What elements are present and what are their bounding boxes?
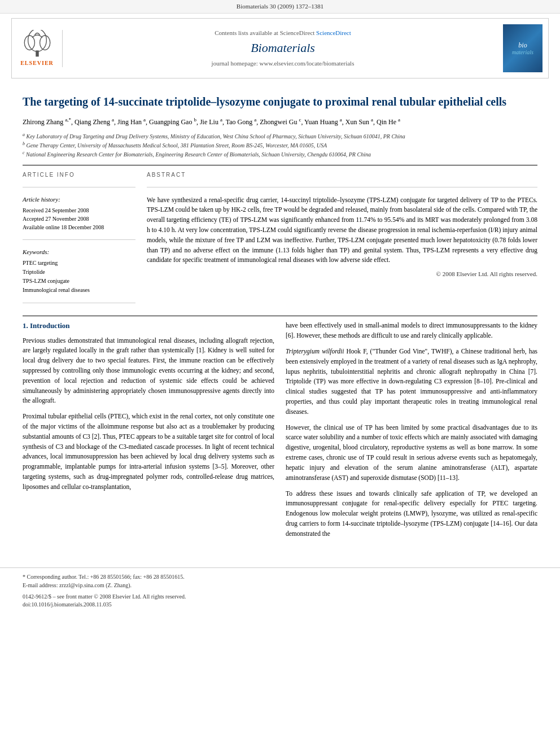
authors: Zhirong Zhang a,*, Qiang Zheng a, Jing H… <box>23 116 537 128</box>
email-label: E-mail address: <box>23 582 58 588</box>
section1-title: 1. Introduction <box>23 321 274 331</box>
sciencedirect-text: Contents lists available at ScienceDirec… <box>68 29 497 37</box>
body-paragraph-3: have been effectively used in small-anim… <box>286 321 537 341</box>
article-info-abstract: ARTICLE INFO Article history: Received 2… <box>23 171 537 312</box>
article-info-label: ARTICLE INFO <box>23 171 135 179</box>
email-line: E-mail address: zrzzl@vip.sina.com (Z. Z… <box>23 581 537 589</box>
body-paragraph-2: Proximal tubular epithelial cells (PTEC)… <box>23 412 274 492</box>
abstract-col: ABSTRACT We have synthesized a renal-spe… <box>147 171 537 312</box>
footnote-section: * Corresponding author. Tel.: +86 28 855… <box>23 573 537 589</box>
section-divider-1 <box>23 187 135 187</box>
keyword-4: Immunological renal diseases <box>23 286 135 295</box>
section-divider-3 <box>23 303 135 303</box>
abstract-divider <box>147 187 537 187</box>
keywords-title: Keywords: <box>23 248 135 256</box>
affiliation-a: a Key Laboratory of Drug Targeting and D… <box>23 132 537 141</box>
copyright-id: 0142-9612/$ – see front matter © 2008 El… <box>23 593 537 601</box>
affiliation-b: b Gene Therapy Center, University of Mas… <box>23 141 537 150</box>
journal-cover: biomaterials <box>503 24 542 72</box>
affiliation-c: c National Engineering Research Center f… <box>23 150 537 159</box>
abstract-text: We have synthesized a renal-specific dru… <box>147 195 537 266</box>
doi: doi:10.1016/j.biomaterials.2008.11.035 <box>23 601 537 609</box>
body-paragraph-4: Tripterygium wilfordii Hook F, ("Thunder… <box>286 347 537 417</box>
corresponding-author: * Corresponding author. Tel.: +86 28 855… <box>23 573 537 581</box>
article-info-col: ARTICLE INFO Article history: Received 2… <box>23 171 135 312</box>
body-paragraph-1: Previous studies demonstrated that immun… <box>23 336 274 407</box>
history-title: Article history: <box>23 195 135 204</box>
body-paragraph-5: However, the clinical use of TP has been… <box>286 423 537 483</box>
journal-reference-bar: Biomaterials 30 (2009) 1372–1381 <box>0 0 560 14</box>
sciencedirect-link[interactable]: ScienceDirect <box>316 29 351 36</box>
elsevier-label: ELSEVIER <box>20 59 54 67</box>
body-right-col: have been effectively used in small-anim… <box>286 321 537 544</box>
body-left-col: 1. Introduction Previous studies demonst… <box>23 321 274 544</box>
journal-homepage: journal homepage: www.elsevier.com/locat… <box>68 59 497 68</box>
journal-reference-text: Biomaterials 30 (2009) 1372–1381 <box>237 3 323 10</box>
email-address: zrzzl@vip.sina.com (Z. Zhang). <box>59 582 132 588</box>
paper-content: The targeting of 14-succinate triptolide… <box>0 83 560 556</box>
section-divider-2 <box>23 239 135 240</box>
copyright: © 2008 Elsevier Ltd. All rights reserved… <box>147 270 537 278</box>
svg-point-3 <box>40 36 50 50</box>
journal-title: Biomaterials <box>68 40 497 57</box>
footer-ids: 0142-9612/$ – see front matter © 2008 El… <box>23 593 537 609</box>
keywords-section: Keywords: PTEC targeting Triptolide TPS-… <box>23 248 135 295</box>
affiliations: a Key Laboratory of Drug Targeting and D… <box>23 132 537 159</box>
accepted-date: Accepted 27 November 2008 <box>23 215 135 223</box>
elsevier-logo: ELSEVIER <box>18 30 63 67</box>
cover-text: biomaterials <box>512 41 533 56</box>
journal-cover-image: biomaterials <box>503 24 542 72</box>
body-content: 1. Introduction Previous studies demonst… <box>23 321 537 544</box>
abstract-label: ABSTRACT <box>147 171 537 179</box>
body-paragraph-6: To address these issues and towards clin… <box>286 489 537 539</box>
elsevier-tree-icon <box>20 30 54 58</box>
keyword-3: TPS-LZM conjugate <box>23 277 135 286</box>
available-date: Available online 18 December 2008 <box>23 223 135 231</box>
footer: * Corresponding author. Tel.: +86 28 855… <box>0 567 560 613</box>
page: Biomaterials 30 (2009) 1372–1381 ELSEVIE… <box>0 0 560 747</box>
keyword-1: PTEC targeting <box>23 259 135 268</box>
history-section: Article history: Received 24 September 2… <box>23 195 135 231</box>
paper-title: The targeting of 14-succinate triptolide… <box>23 94 537 109</box>
journal-center: Contents lists available at ScienceDirec… <box>68 29 497 68</box>
divider-1 <box>23 165 537 165</box>
received-date: Received 24 September 2008 <box>23 206 135 215</box>
divider-2 <box>23 316 537 316</box>
svg-point-2 <box>24 36 34 50</box>
keyword-2: Triptolide <box>23 268 135 277</box>
journal-header: ELSEVIER Contents lists available at Sci… <box>11 18 549 78</box>
